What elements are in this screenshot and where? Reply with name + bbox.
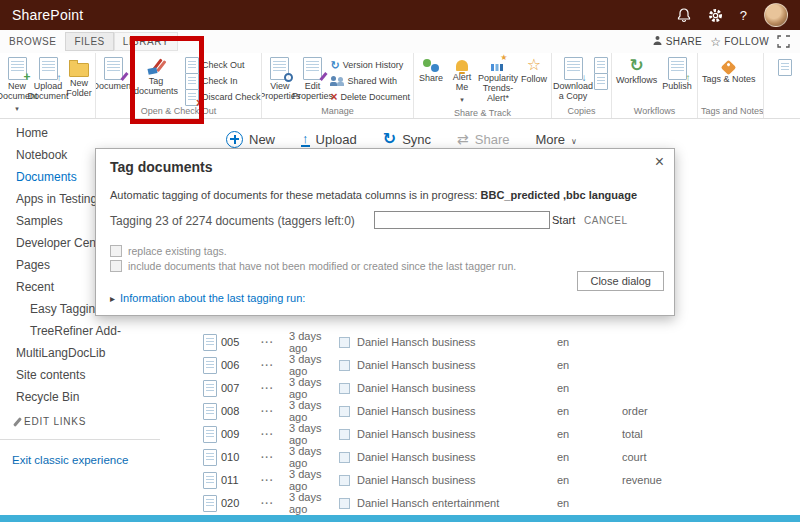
settings-gear-icon[interactable] <box>708 8 723 23</box>
publish-button[interactable]: Publish <box>661 55 693 94</box>
start-link[interactable]: Start <box>552 214 575 226</box>
discard-check-out-button[interactable]: Discard Check Out <box>185 90 262 104</box>
sidebar-item-recycle-bin[interactable]: Recycle Bin <box>0 386 165 408</box>
document-name[interactable]: 010 <box>221 451 261 463</box>
focus-on-content-button[interactable] <box>777 35 790 48</box>
table-row[interactable]: 006 ··· 3 days ago Daniel Hansch busines… <box>195 353 800 376</box>
document-name[interactable]: 007 <box>221 382 261 394</box>
sidebar-item-multilangdoclib[interactable]: MultiLangDocLib <box>0 342 165 364</box>
follow-document-button[interactable]: Follow <box>520 55 548 87</box>
upload-arrow-icon <box>301 132 310 147</box>
share-button-disabled[interactable]: Share <box>457 132 509 147</box>
upload-document-button[interactable]: Upload Document <box>34 55 62 104</box>
row-menu-button[interactable]: ··· <box>261 429 289 440</box>
edit-properties-button[interactable]: Edit Properties <box>298 55 328 104</box>
category-cell: business <box>432 451 557 463</box>
tagging-status-text: Tagging 23 of 2274 documents (taggers le… <box>110 214 355 228</box>
document-icon <box>203 449 217 466</box>
include-unmodified-option[interactable]: include documents that have not been mod… <box>110 260 516 272</box>
copies-extra-button-2[interactable] <box>594 74 608 88</box>
table-row[interactable]: 005 ··· 3 days ago Daniel Hansch busines… <box>195 330 800 353</box>
close-dialog-button[interactable]: Close dialog <box>577 271 664 291</box>
row-menu-button[interactable]: ··· <box>261 337 289 348</box>
dialog-title: Tag documents <box>110 159 212 175</box>
row-menu-button[interactable]: ··· <box>261 383 289 394</box>
share-page-button[interactable]: SHARE <box>652 35 702 48</box>
edit-links-label: EDIT LINKS <box>24 416 86 427</box>
tab-library[interactable]: LIBRARY <box>114 32 178 51</box>
help-icon[interactable]: ? <box>740 9 747 22</box>
notifications-bell-icon[interactable] <box>677 8 691 23</box>
document-name[interactable]: 020 <box>221 497 261 509</box>
row-menu-button[interactable]: ··· <box>261 406 289 417</box>
follow-page-button[interactable]: FOLLOW <box>710 36 769 48</box>
dropdown-caret-icon <box>15 104 19 114</box>
ribbon-group-label-workflows: Workflows <box>615 105 694 118</box>
document-name[interactable]: 005 <box>221 336 261 348</box>
row-menu-button[interactable]: ··· <box>261 498 289 509</box>
follow-document-label: Follow <box>521 75 547 85</box>
popularity-trends-button[interactable]: Popularity Trends-Alert* <box>479 55 517 106</box>
tab-browse[interactable]: BROWSE <box>0 32 65 51</box>
replace-tags-checkbox[interactable] <box>110 245 122 257</box>
more-menu-button[interactable]: More <box>535 132 576 147</box>
table-row[interactable]: 020 ··· 3 days ago Daniel Hansch enterta… <box>195 491 800 514</box>
edit-links-button[interactable]: EDIT LINKS <box>0 416 165 427</box>
document-name[interactable]: 008 <box>221 405 261 417</box>
new-folder-button[interactable]: New Folder <box>65 55 93 101</box>
copies-extra-icon-1 <box>594 57 608 74</box>
plus-circle-icon <box>226 131 243 148</box>
delete-document-button[interactable]: Delete Document <box>330 90 410 104</box>
document-name[interactable]: 011 <box>221 474 261 486</box>
sidebar-item-site-contents[interactable]: Site contents <box>0 364 165 386</box>
new-item-button[interactable]: New <box>226 131 275 148</box>
alert-me-button[interactable]: Alert Me <box>448 55 476 107</box>
expand-triangle-icon <box>110 292 115 304</box>
row-menu-button[interactable]: ··· <box>261 452 289 463</box>
table-row[interactable]: 010 ··· 3 days ago Daniel Hansch busines… <box>195 445 800 468</box>
ribbon-group-label-tags-notes: Tags and Notes <box>701 105 760 118</box>
download-copy-button[interactable]: Download a Copy <box>555 55 591 104</box>
edit-document-button[interactable]: Document <box>99 55 127 94</box>
view-properties-button[interactable]: View Properties <box>265 55 295 104</box>
table-row[interactable]: 009 ··· 3 days ago Daniel Hansch busines… <box>195 422 800 445</box>
table-row[interactable]: 007 ··· 3 days ago Daniel Hansch busines… <box>195 376 800 399</box>
ribbon-right-extra-button[interactable] <box>778 60 792 74</box>
version-history-button[interactable]: Version History <box>330 58 410 72</box>
replace-tags-option[interactable]: replace existing tags. <box>110 245 227 257</box>
sync-button[interactable]: Sync <box>383 131 431 147</box>
edit-properties-label: Edit Properties <box>292 82 333 102</box>
category-cell: business <box>432 405 557 417</box>
document-name[interactable]: 006 <box>221 359 261 371</box>
cancel-link[interactable]: CANCEL <box>584 215 628 226</box>
row-menu-button[interactable]: ··· <box>261 360 289 371</box>
row-menu-button[interactable]: ··· <box>261 475 289 486</box>
dialog-close-icon[interactable]: × <box>655 153 664 171</box>
copies-extra-button-1[interactable] <box>594 58 608 72</box>
workflows-label: Workflows <box>616 76 657 86</box>
shared-with-button[interactable]: Shared With <box>330 74 410 88</box>
tags-notes-button[interactable]: Tags & Notes <box>701 55 757 87</box>
document-name[interactable]: 009 <box>221 428 261 440</box>
check-in-button[interactable]: Check In <box>185 74 262 88</box>
exit-classic-link[interactable]: Exit classic experience <box>0 454 165 466</box>
last-tagging-run-link[interactable]: Information about the last tagging run: <box>110 292 305 304</box>
upload-button[interactable]: Upload <box>301 132 357 147</box>
tags-notes-label: Tags & Notes <box>702 75 756 85</box>
tagger-input[interactable] <box>374 211 550 229</box>
user-avatar[interactable] <box>764 3 788 27</box>
share-label: Share <box>419 74 443 84</box>
sidebar-item-treerefiner[interactable]: TreeRefiner Add- <box>0 320 165 342</box>
sidebar-item-home[interactable]: Home <box>0 122 165 144</box>
workflows-button[interactable]: Workflows <box>615 55 658 88</box>
include-unmodified-checkbox[interactable] <box>110 260 122 272</box>
tag-documents-button[interactable]: Tag documents <box>130 55 182 99</box>
check-out-button[interactable]: Check Out <box>185 58 262 72</box>
sync-label: Sync <box>402 132 431 147</box>
share-document-button[interactable]: Share <box>417 55 445 86</box>
table-row[interactable]: 008 ··· 3 days ago Daniel Hansch busines… <box>195 399 800 422</box>
tab-files[interactable]: FILES <box>65 32 113 51</box>
modified-date: 3 days ago <box>289 422 339 446</box>
table-row[interactable]: 011 ··· 3 days ago Daniel Hansch busines… <box>195 468 800 491</box>
delete-document-icon <box>330 90 337 104</box>
